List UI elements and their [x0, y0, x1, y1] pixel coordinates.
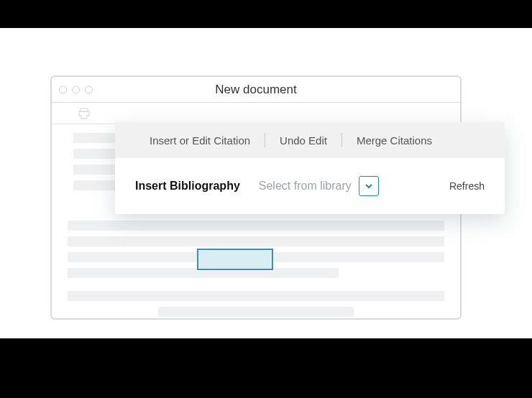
citation-action-row: Insert Bibliography Select from library …	[115, 158, 505, 214]
text-placeholder	[68, 291, 444, 301]
titlebar: New document	[52, 77, 460, 103]
library-select-placeholder: Select from library	[259, 180, 352, 193]
refresh-button[interactable]: Refresh	[449, 180, 485, 192]
print-icon[interactable]	[78, 108, 91, 119]
library-select-toggle[interactable]	[359, 176, 379, 196]
traffic-lights[interactable]	[59, 85, 93, 93]
close-icon[interactable]	[59, 85, 67, 93]
zoom-icon[interactable]	[85, 85, 93, 93]
text-cursor-selection[interactable]	[197, 249, 273, 270]
window-title: New document	[215, 83, 296, 97]
tab-undo-edit[interactable]: Undo Edit	[265, 134, 341, 147]
chevron-down-icon	[364, 182, 373, 190]
tab-insert-edit-citation[interactable]: Insert or Edit Citation	[135, 134, 265, 147]
minimize-icon[interactable]	[72, 85, 80, 93]
citation-tabs: Insert or Edit Citation Undo Edit Merge …	[115, 122, 505, 158]
citation-toolbar: Insert or Edit Citation Undo Edit Merge …	[115, 122, 505, 214]
text-placeholder	[68, 236, 444, 246]
text-placeholder	[158, 307, 354, 317]
insert-bibliography-button[interactable]: Insert Bibliography	[135, 180, 240, 193]
tab-merge-citations[interactable]: Merge Citations	[342, 134, 446, 147]
toolbar-secondary	[52, 103, 460, 124]
text-placeholder	[68, 221, 444, 231]
library-select[interactable]: Select from library	[259, 176, 379, 196]
